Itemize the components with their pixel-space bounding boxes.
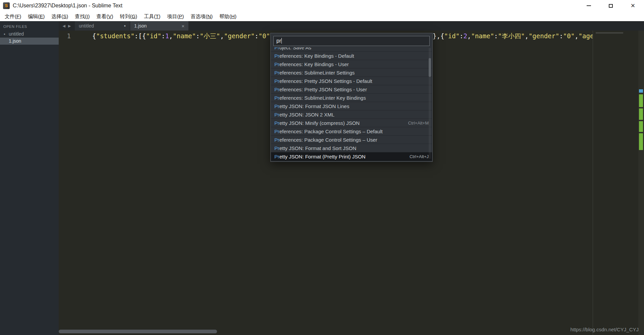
tab-close-icon[interactable]: × <box>181 23 184 29</box>
code-token: , <box>169 32 173 40</box>
gutter-mark <box>639 89 643 93</box>
code-token: "id" <box>444 32 460 40</box>
palette-scrollbar-thumb[interactable] <box>429 58 431 77</box>
menu-item-S[interactable]: 选择(S) <box>48 11 71 21</box>
tab-nav: ◀ ▶ <box>59 21 75 31</box>
palette-item[interactable]: Preferences: Key Bindings - Default <box>271 52 432 60</box>
code-token: "age" <box>579 32 593 40</box>
code-token: "students" <box>96 32 134 40</box>
sidebar-file-1.json[interactable]: 1.json <box>0 38 59 45</box>
match-highlight: Pr <box>274 78 279 84</box>
palette-item[interactable]: Pretty JSON: Minify (compress) JSONCtrl+… <box>271 119 432 127</box>
code-token: : <box>135 32 138 40</box>
match-highlight: Pr <box>274 53 279 59</box>
sidebar: OPEN FILES ●untitled1.json <box>0 21 59 335</box>
line-number: 1 <box>59 32 79 40</box>
match-highlight: Pr <box>274 112 279 117</box>
palette-item[interactable]: Preferences: Key Bindings - User <box>271 60 432 68</box>
gutter-mark <box>639 108 643 120</box>
menu-item-P[interactable]: 项目(P) <box>164 11 187 21</box>
code-token: : <box>196 32 200 40</box>
menu-item-T[interactable]: 工具(T) <box>141 11 164 21</box>
palette-item[interactable]: Preferences: Package Control Settings – … <box>271 136 432 144</box>
menu-item-V[interactable]: 查看(V) <box>93 11 116 21</box>
code-token: , <box>525 32 528 40</box>
minimap[interactable] <box>593 31 638 335</box>
match-highlight: Pr <box>274 61 279 67</box>
shortcut-label: Ctrl+Alt+J <box>410 152 429 161</box>
palette-item-label: eferences: Package Control Settings – De… <box>279 129 383 134</box>
shortcut-label: Ctrl+Alt+M <box>408 119 429 127</box>
minimize-button[interactable] <box>578 0 600 11</box>
tab-untitled[interactable]: untitled● <box>75 21 130 31</box>
code-token: , <box>467 32 471 40</box>
code-token: 2 <box>464 32 467 40</box>
nav-forward-icon[interactable]: ▶ <box>68 24 71 28</box>
palette-item[interactable]: Preferences: Pretty JSON Settings - Defa… <box>271 77 432 85</box>
open-files-list: ●untitled1.json <box>0 31 59 45</box>
match-highlight: Pr <box>274 154 279 159</box>
modified-dot-icon: ● <box>4 31 5 38</box>
palette-item-label: etty JSON: Format and Sort JSON <box>279 145 356 151</box>
palette-item[interactable]: Preferences: Package Control Settings – … <box>271 127 432 136</box>
palette-item-label: oject: Save As <box>279 47 311 50</box>
palette-item[interactable]: Preferences: SublimeLinter Settings <box>271 68 432 77</box>
match-highlight: Pr <box>274 70 279 76</box>
tabs: untitled●1.json× <box>75 21 189 31</box>
code-token: : <box>494 32 498 40</box>
tab-bar: ◀ ▶ untitled●1.json× <box>59 21 644 31</box>
code-token: { <box>92 32 96 40</box>
match-highlight: Pr <box>274 103 279 109</box>
match-highlight: Pr <box>274 120 279 126</box>
palette-item[interactable]: Pretty JSON: Format and Sort JSON <box>271 144 432 152</box>
close-icon: × <box>631 2 635 9</box>
app-icon: S <box>3 2 10 9</box>
sublime-window: S C:\Users\23927\Desktop\1.json - Sublim… <box>0 0 644 335</box>
close-button[interactable]: × <box>622 0 644 11</box>
code-token: [{ <box>138 32 146 40</box>
palette-item-label: eferences: Key Bindings - Default <box>279 53 354 59</box>
palette-query-text: pr <box>276 38 281 44</box>
menu-item-N[interactable]: 首选项(N) <box>187 11 216 21</box>
code-token: : <box>255 32 258 40</box>
maximize-icon <box>609 4 613 8</box>
nav-back-icon[interactable]: ◀ <box>63 24 65 28</box>
gutter-mark <box>639 94 643 107</box>
code-token: "gender" <box>224 32 255 40</box>
command-palette-input[interactable]: pr <box>273 36 430 46</box>
code-token: "id" <box>146 32 161 40</box>
menu-item-G[interactable]: 转到(G) <box>116 11 141 21</box>
palette-item[interactable]: Pretty JSON: Format JSON Lines <box>271 102 432 110</box>
title-bar: S C:\Users\23927\Desktop\1.json - Sublim… <box>0 0 644 11</box>
palette-item-label: eferences: SublimeLinter Settings <box>279 70 355 76</box>
horizontal-scrollbar-thumb[interactable] <box>59 330 217 333</box>
palette-item[interactable]: Pretty JSON: JSON 2 XML <box>271 110 432 119</box>
tab-1.json[interactable]: 1.json× <box>130 21 189 31</box>
window-title: C:\Users\23927\Desktop\1.json - Sublime … <box>13 0 122 11</box>
menu-item-I[interactable]: 查找(I) <box>71 11 93 21</box>
palette-item-label: eferences: Key Bindings - User <box>279 61 349 67</box>
maximize-button[interactable] <box>600 0 622 11</box>
palette-item-label: eferences: SublimeLinter Key Bindings <box>279 95 366 101</box>
sidebar-file-label: untitled <box>9 31 24 37</box>
menu-item-F[interactable]: 文件(F) <box>1 11 24 21</box>
palette-item-label: eferences: Package Control Settings – Us… <box>279 137 377 143</box>
palette-item[interactable]: Pretty JSON: Format (Pretty Print) JSONC… <box>271 152 432 161</box>
code-token: "0" <box>259 32 270 40</box>
tab-label: 1.json <box>134 23 165 29</box>
horizontal-scrollbar[interactable] <box>59 329 593 334</box>
palette-item[interactable]: Project: Save As <box>271 47 432 52</box>
palette-item[interactable]: Preferences: SublimeLinter Key Bindings <box>271 94 432 102</box>
command-palette-list: Project: Save AsPreferences: Key Binding… <box>271 47 432 161</box>
menu-item-E[interactable]: 编辑(E) <box>24 11 48 21</box>
scrollbar-annotation-strip[interactable] <box>638 31 644 335</box>
window-controls: × <box>578 0 644 11</box>
menu-item-H[interactable]: 帮助(H) <box>216 11 240 21</box>
match-highlight: Pr <box>274 145 279 151</box>
sidebar-file-untitled[interactable]: ●untitled <box>0 31 59 38</box>
palette-item[interactable]: Preferences: Pretty JSON Settings - User <box>271 85 432 94</box>
watermark: https://blog.csdn.net/CYJ_CYJ <box>571 327 639 332</box>
minimap-code-line <box>596 32 623 34</box>
code-token: "李小四" <box>498 32 525 40</box>
code-token: , <box>575 32 578 40</box>
